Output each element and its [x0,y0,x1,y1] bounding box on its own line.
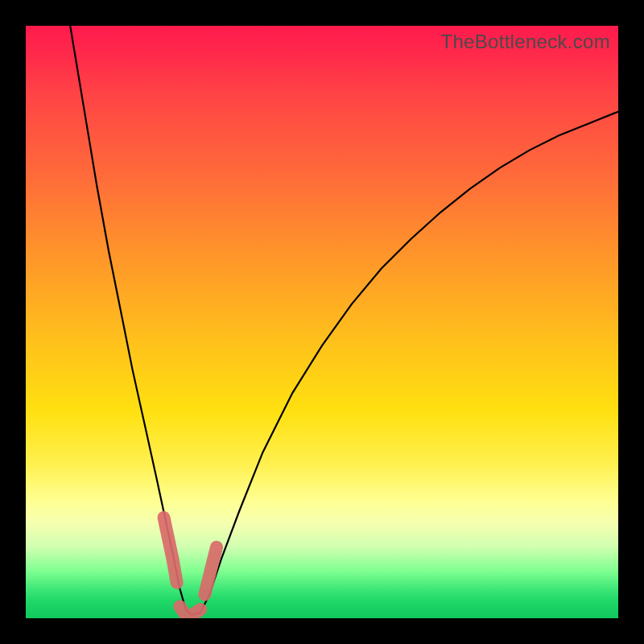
curve-svg [26,26,618,618]
chart-frame: TheBottleneck.com [0,0,644,644]
bottleneck-curve [70,26,618,615]
highlight-right [204,547,217,595]
plot-area: TheBottleneck.com [26,26,618,618]
watermark-text: TheBottleneck.com [440,31,610,53]
highlight-bottom [180,606,200,615]
highlight-left [164,518,177,583]
